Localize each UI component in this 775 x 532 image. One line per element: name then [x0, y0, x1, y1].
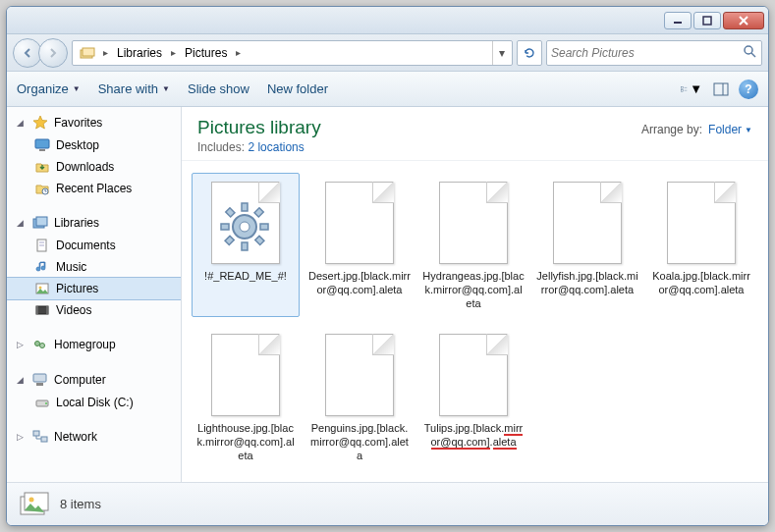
collapse-icon: ◢: [17, 118, 27, 128]
arrange-value: Folder: [708, 123, 742, 136]
file-item[interactable]: Hydrangeas.jpg.[black.mirror@qq.com].ale…: [419, 173, 527, 317]
slideshow-button[interactable]: Slide show: [188, 81, 249, 96]
svg-point-47: [29, 497, 34, 502]
svg-rect-1: [703, 17, 711, 25]
file-name: Tulips.jpg.[black.mirror@qq.com].aleta: [422, 422, 525, 450]
titlebar: [7, 7, 768, 34]
close-button[interactable]: [723, 12, 764, 29]
nav-label: Pictures: [56, 282, 98, 295]
file-name: Penguins.jpg.[black.mirror@qq.com].aleta: [308, 422, 411, 462]
collapse-icon: ◢: [17, 218, 27, 228]
file-grid: !#_READ_ME_#!Desert.jpg.[black.mirror@qq…: [182, 161, 768, 482]
chevron-down-icon: ▼: [73, 84, 81, 93]
locations-link[interactable]: 2 locations: [248, 140, 304, 154]
nav-computer[interactable]: ◢Computer: [7, 370, 181, 392]
documents-icon: [34, 238, 50, 253]
search-input[interactable]: [551, 46, 743, 60]
svg-point-32: [45, 402, 47, 404]
videos-icon: [34, 302, 50, 318]
view-options-button[interactable]: ▼: [680, 79, 703, 100]
desktop-icon: [34, 137, 50, 153]
nav-localdisk[interactable]: Local Disk (C:): [7, 392, 181, 413]
file-item[interactable]: Tulips.jpg.[black.mirror@qq.com].aleta: [419, 325, 527, 469]
chevron-right-icon[interactable]: ▸: [168, 47, 179, 58]
nav-label: Local Disk (C:): [56, 396, 134, 409]
breadcrumb-pictures[interactable]: Pictures: [179, 46, 233, 60]
library-header: Pictures library Includes: 2 locations A…: [182, 107, 768, 161]
nav-recent[interactable]: Recent Places: [7, 178, 181, 199]
library-title: Pictures library: [197, 117, 321, 138]
content-pane: Pictures library Includes: 2 locations A…: [182, 107, 768, 482]
nav-homegroup[interactable]: ▷Homegroup: [7, 335, 181, 356]
search-icon: [743, 44, 757, 62]
forward-button[interactable]: [38, 38, 68, 68]
drive-icon: [34, 395, 50, 410]
file-item[interactable]: Desert.jpg.[black.mirror@qq.com].aleta: [305, 173, 414, 317]
svg-rect-39: [260, 224, 268, 230]
explorer-window: ▸ Libraries ▸ Pictures ▸ ▾ Organize▼ Sha…: [6, 6, 769, 526]
breadcrumb-libraries[interactable]: Libraries: [111, 46, 168, 60]
nav-documents[interactable]: Documents: [7, 235, 181, 256]
arrange-by: Arrange by: Folder ▼: [641, 123, 752, 136]
search-box[interactable]: [546, 40, 762, 66]
nav-pictures[interactable]: Pictures: [7, 277, 181, 300]
collapse-icon: ◢: [17, 375, 27, 385]
file-thumbnail: [549, 180, 626, 266]
nav-downloads[interactable]: Downloads: [7, 156, 181, 178]
newfolder-button[interactable]: New folder: [267, 81, 328, 96]
maximize-button[interactable]: [693, 12, 721, 29]
nav-label: Libraries: [54, 216, 99, 230]
chevron-right-icon[interactable]: ▸: [100, 47, 111, 58]
nav-label: Downloads: [56, 160, 114, 174]
refresh-button[interactable]: [517, 40, 542, 66]
nav-desktop[interactable]: Desktop: [7, 134, 181, 156]
folder-stack-icon: [79, 44, 96, 62]
nav-label: Computer: [54, 373, 106, 387]
file-thumbnail: [663, 180, 740, 266]
svg-rect-43: [225, 236, 234, 244]
arrange-dropdown[interactable]: Folder ▼: [708, 123, 752, 136]
pictures-icon: [34, 281, 50, 296]
nav-favorites[interactable]: ◢Favorites: [7, 113, 181, 134]
expand-icon: ▷: [17, 340, 27, 349]
network-icon: [32, 429, 48, 445]
file-name: Hydrangeas.jpg.[black.mirror@qq.com].ale…: [422, 270, 525, 310]
nav-libraries[interactable]: ◢Libraries: [7, 213, 181, 235]
minimize-button[interactable]: [664, 12, 692, 29]
file-item[interactable]: !#_READ_ME_#!: [192, 173, 300, 317]
nav-network[interactable]: ▷Network: [7, 427, 181, 449]
file-thumbnail: [435, 332, 512, 418]
organize-menu[interactable]: Organize▼: [17, 81, 81, 96]
breadcrumb[interactable]: ▸ Libraries ▸ Pictures ▸ ▾: [72, 40, 513, 66]
pictures-large-icon: [19, 491, 50, 518]
homegroup-icon: [32, 337, 48, 352]
preview-pane-button[interactable]: [709, 79, 733, 100]
file-item[interactable]: Lighthouse.jpg.[black.mirror@qq.com].ale…: [192, 325, 300, 469]
file-item[interactable]: Penguins.jpg.[black.mirror@qq.com].aleta: [305, 325, 414, 469]
chevron-right-icon[interactable]: ▸: [233, 47, 244, 58]
status-bar: 8 items: [7, 482, 768, 525]
svg-rect-34: [41, 437, 47, 442]
file-item[interactable]: Jellyfish.jpg.[black.mirror@qq.com].alet…: [533, 173, 641, 317]
organize-label: Organize: [17, 81, 69, 96]
nav-label: Network: [54, 430, 97, 444]
help-button[interactable]: ?: [739, 80, 758, 99]
nav-music[interactable]: Music: [7, 256, 181, 278]
share-menu[interactable]: Share with▼: [98, 81, 170, 96]
svg-rect-40: [226, 208, 235, 217]
arrange-label: Arrange by:: [641, 123, 702, 136]
svg-point-28: [40, 344, 45, 348]
nav-label: Recent Places: [56, 182, 132, 195]
file-thumbnail: [207, 180, 284, 266]
file-thumbnail: [321, 332, 398, 418]
file-name: Desert.jpg.[black.mirror@qq.com].aleta: [308, 270, 411, 297]
item-count: 8 items: [60, 497, 101, 511]
nav-videos[interactable]: Videos: [7, 299, 181, 321]
expand-icon: ▷: [17, 432, 27, 442]
svg-rect-18: [36, 217, 47, 226]
nav-label: Videos: [56, 303, 91, 317]
breadcrumb-dropdown[interactable]: ▾: [492, 41, 510, 65]
svg-point-27: [35, 342, 40, 346]
file-item[interactable]: Koala.jpg.[black.mirror@qq.com].aleta: [647, 173, 755, 317]
navigation-pane: ◢Favorites Desktop Downloads Recent Plac…: [7, 107, 182, 482]
